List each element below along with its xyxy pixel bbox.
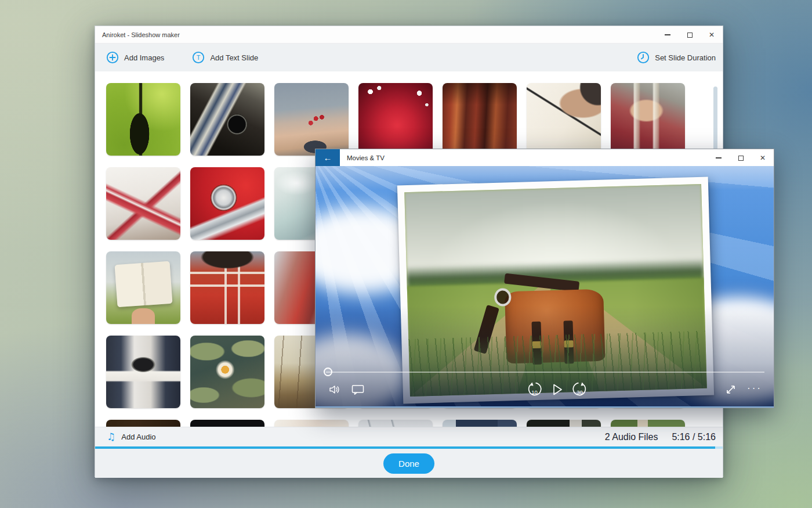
seek-track[interactable] <box>326 372 764 373</box>
thumbnail-football-helmet[interactable] <box>190 251 264 324</box>
thumbnail-red-rose[interactable] <box>358 83 433 156</box>
add-text-slide-button[interactable]: T Add Text Slide <box>192 51 258 64</box>
movies-tv-window-controls: ✕ <box>708 149 774 167</box>
set-slide-duration-button[interactable]: Set Slide Duration <box>637 51 716 64</box>
skip-back-10-button[interactable]: 10 <box>525 380 543 399</box>
slideshow-toolbar: Add Images T Add Text Slide Set Slide Du… <box>95 44 723 71</box>
thumbnail-couple-holding-hands[interactable] <box>274 83 349 156</box>
volume-icon <box>328 383 342 397</box>
plus-circle-icon <box>106 51 119 64</box>
thumbnail-water-lily[interactable] <box>190 336 264 408</box>
thumbnail-dark-wood-bokeh[interactable] <box>106 420 180 427</box>
footer-bar: Done <box>95 449 723 478</box>
audio-status: 2 Audio Files 5:16 / 5:16 <box>605 432 716 442</box>
minimize-icon <box>716 157 722 158</box>
audio-files-count: 2 Audio Files <box>605 432 658 442</box>
seek-handle[interactable] <box>324 368 332 376</box>
thumbnail-red-berries[interactable] <box>274 420 349 427</box>
video-player-viewport[interactable]: 10 30 <box>316 166 774 408</box>
audio-bar: ♫ Add Audio 2 Audio Files 5:16 / 5:16 <box>95 427 723 446</box>
svg-text:10: 10 <box>531 389 538 395</box>
clock-icon <box>637 51 650 64</box>
maximize-button[interactable] <box>730 149 752 167</box>
add-audio-label: Add Audio <box>121 433 155 441</box>
svg-text:T: T <box>197 54 201 61</box>
maximize-button[interactable] <box>679 26 701 44</box>
add-images-button[interactable]: Add Images <box>106 51 164 64</box>
subtitles-icon <box>351 383 365 396</box>
close-button[interactable]: ✕ <box>701 26 723 44</box>
more-options-button[interactable]: ··· <box>746 381 763 396</box>
thumbnail-guestbook-signing[interactable] <box>527 83 601 156</box>
add-audio-button[interactable]: ♫ Add Audio <box>107 432 156 442</box>
fullscreen-icon <box>724 383 738 397</box>
thumbnail-red-car-headlight[interactable] <box>190 167 264 240</box>
movies-tv-titlebar[interactable]: ← Movies & TV ✕ <box>316 149 774 166</box>
play-icon <box>549 382 564 397</box>
play-button[interactable] <box>549 381 565 398</box>
audio-duration: 5:16 / 5:16 <box>672 432 716 442</box>
movies-tv-window: ← Movies & TV ✕ <box>315 149 774 408</box>
thumbnail-guitar-on-grass[interactable] <box>106 83 180 156</box>
close-icon: ✕ <box>760 154 766 161</box>
ellipsis-icon: ··· <box>747 383 762 394</box>
close-button[interactable]: ✕ <box>752 149 774 167</box>
back-arrow-icon: ← <box>324 153 332 163</box>
window-title: Aniroket - Slideshow maker <box>95 31 180 38</box>
minimize-icon <box>665 34 670 35</box>
thumbnail-ring-pillow[interactable] <box>106 167 180 240</box>
thumbnail-open-notebook[interactable] <box>106 251 180 324</box>
skip-forward-30-icon: 30 <box>571 380 589 399</box>
thumbnail-camera-with-strap[interactable] <box>190 83 264 156</box>
thumbnail-champagne-toast[interactable] <box>611 83 685 156</box>
skip-back-10-icon: 10 <box>525 380 543 399</box>
add-text-slide-label: Add Text Slide <box>210 53 258 62</box>
music-note-icon: ♫ <box>107 432 115 442</box>
fullscreen-button[interactable] <box>723 382 738 397</box>
slideshow-titlebar[interactable]: Aniroket - Slideshow maker ✕ <box>95 26 723 44</box>
add-images-label: Add Images <box>124 53 164 62</box>
thumbnail-white-structure[interactable] <box>358 420 433 427</box>
minimize-button[interactable] <box>657 26 679 44</box>
done-button[interactable]: Done <box>383 453 434 474</box>
movies-tv-title: Movies & TV <box>340 154 385 161</box>
close-icon: ✕ <box>709 31 715 38</box>
set-slide-duration-label: Set Slide Duration <box>655 53 716 62</box>
text-circle-icon: T <box>192 51 205 64</box>
thumbnail-green-trees-person[interactable] <box>611 420 685 427</box>
desktop-wallpaper: Aniroket - Slideshow maker ✕ Add Images … <box>0 0 812 508</box>
thumbnail-man-with-camera[interactable] <box>106 336 180 408</box>
thumbnail-dark-doorway[interactable] <box>527 420 601 427</box>
back-button[interactable]: ← <box>316 149 340 166</box>
thumbnail-navy-figure[interactable] <box>443 420 517 427</box>
subtitles-button[interactable] <box>350 383 365 397</box>
minimize-button[interactable] <box>708 149 730 167</box>
maximize-icon <box>738 156 744 161</box>
volume-button[interactable] <box>327 382 342 397</box>
svg-text:30: 30 <box>577 389 583 395</box>
maximize-icon <box>687 33 693 38</box>
thumbnail-black-frame[interactable] <box>190 420 264 427</box>
player-controls: 10 30 <box>316 380 774 403</box>
window-controls: ✕ <box>657 26 723 44</box>
thumbnail-red-wooden-chairs[interactable] <box>443 83 517 156</box>
seek-bar[interactable] <box>316 368 774 377</box>
skip-forward-30-button[interactable]: 30 <box>571 380 589 399</box>
